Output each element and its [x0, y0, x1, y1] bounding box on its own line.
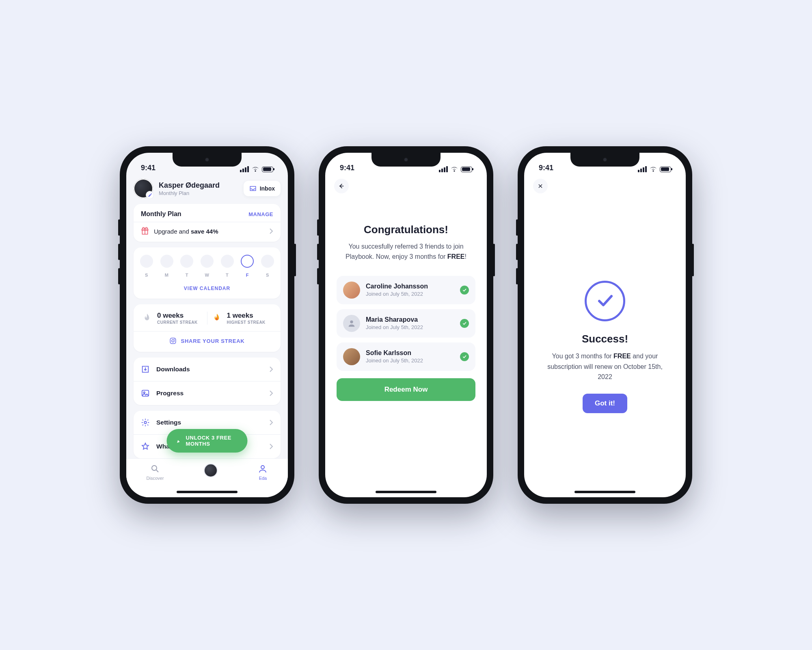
menu-card-1: Downloads Progress	[134, 358, 281, 405]
tab-center[interactable]	[204, 464, 218, 477]
instagram-icon	[169, 337, 177, 344]
cellular-icon	[240, 166, 249, 172]
manage-button[interactable]: MANAGE	[248, 211, 273, 217]
svg-point-5	[144, 421, 147, 424]
edit-avatar-icon[interactable]	[146, 191, 154, 199]
svg-point-8	[350, 320, 353, 323]
plan-card: Monthly Plan MANAGE Upgrade and save 44%	[134, 204, 281, 242]
chevron-right-icon	[269, 390, 273, 396]
flame-icon	[212, 313, 222, 323]
streak-card: 0 weeksCURRENT STREAK 1 weeksHIGHEST STR…	[134, 304, 281, 352]
chevron-right-icon	[269, 366, 273, 373]
highest-streak: 1 weeksHIGHEST STREAK	[207, 312, 277, 325]
svg-point-6	[152, 466, 157, 470]
avatar[interactable]	[134, 179, 153, 198]
svg-point-1	[172, 340, 174, 342]
status-time: 9:41	[340, 164, 354, 172]
tab-discover[interactable]: Discover	[147, 464, 164, 481]
friend-row: Maria SharapovaJoined on July 5th, 2022	[337, 309, 475, 338]
avatar	[343, 348, 360, 365]
inbox-icon	[249, 185, 257, 192]
wifi-icon	[251, 166, 259, 172]
success-title: Success!	[582, 333, 628, 345]
day-t[interactable]: T	[180, 255, 193, 277]
back-button[interactable]	[334, 179, 349, 193]
check-icon	[460, 286, 469, 295]
success-body: You got 3 months for FREE and your subsc…	[540, 351, 669, 382]
star-icon	[141, 442, 150, 451]
close-icon	[538, 183, 543, 189]
arrow-left-icon	[338, 182, 345, 190]
download-icon	[141, 365, 150, 374]
search-icon	[150, 464, 160, 474]
congrats-title: Congratulations!	[337, 223, 475, 236]
view-calendar-button[interactable]: VIEW CALENDAR	[134, 280, 281, 299]
avatar	[204, 464, 218, 477]
cellular-icon	[638, 166, 647, 172]
status-time: 9:41	[539, 164, 553, 172]
cellular-icon	[439, 166, 448, 172]
friend-row: Sofie KarlssonJoined on July 5th, 2022	[337, 342, 475, 371]
friends-list: Caroline JohanssonJoined on July 5th, 20…	[337, 276, 475, 371]
congrats-body: You succesfully referred 3 friends to jo…	[337, 242, 475, 262]
current-streak: 0 weeksCURRENT STREAK	[138, 312, 207, 325]
day-s[interactable]: S	[140, 255, 153, 277]
wifi-icon	[649, 166, 657, 172]
calendar-card: S M T W T F S VIEW CALENDAR	[134, 247, 281, 299]
upgrade-text: Upgrade and save 44%	[154, 228, 218, 235]
svg-point-2	[175, 339, 175, 340]
day-t2[interactable]: T	[221, 255, 234, 277]
share-streak-button[interactable]: SHARE YOUR STREAK	[134, 331, 281, 352]
image-icon	[141, 389, 150, 398]
check-icon	[460, 319, 469, 328]
check-icon	[460, 352, 469, 361]
redeem-button[interactable]: Redeem Now	[337, 378, 475, 401]
battery-icon	[660, 167, 671, 172]
chevron-right-icon	[269, 228, 273, 234]
day-m[interactable]: M	[160, 255, 173, 277]
battery-icon	[461, 167, 472, 172]
plan-title: Monthly Plan	[141, 210, 181, 218]
person-icon	[258, 464, 268, 474]
svg-point-7	[261, 466, 264, 469]
profile-name: Kasper Ødegaard	[159, 181, 220, 190]
profile-plan: Monthly Plan	[159, 190, 220, 196]
profile-header: Kasper Ødegaard Monthly Plan Inbox	[134, 179, 281, 198]
progress-row[interactable]: Progress	[134, 381, 281, 405]
week-row: S M T W T F S	[134, 247, 281, 280]
gear-icon	[141, 418, 150, 427]
chevron-right-icon	[269, 419, 273, 426]
upgrade-row[interactable]: Upgrade and save 44%	[134, 222, 281, 242]
tab-eda[interactable]: Eda	[258, 464, 268, 481]
svg-point-4	[143, 392, 145, 393]
downloads-row[interactable]: Downloads	[134, 358, 281, 381]
avatar	[343, 282, 360, 299]
friend-row: Caroline JohanssonJoined on July 5th, 20…	[337, 276, 475, 304]
wifi-icon	[450, 166, 458, 172]
got-it-button[interactable]: Got it!	[583, 394, 627, 413]
inbox-button[interactable]: Inbox	[244, 181, 281, 196]
confetti-icon	[177, 437, 182, 444]
flame-icon	[142, 313, 152, 323]
day-s2[interactable]: S	[261, 255, 274, 277]
success-check-icon	[585, 281, 625, 321]
close-button[interactable]	[533, 179, 548, 193]
status-time: 9:41	[141, 164, 155, 172]
chevron-right-icon	[269, 443, 273, 450]
avatar	[343, 315, 360, 332]
battery-icon	[262, 167, 273, 172]
day-f[interactable]: F	[241, 255, 254, 277]
unlock-button[interactable]: UNLOCK 3 FREE MONTHS	[167, 429, 248, 453]
day-w[interactable]: W	[201, 255, 214, 277]
gift-icon	[141, 227, 149, 235]
